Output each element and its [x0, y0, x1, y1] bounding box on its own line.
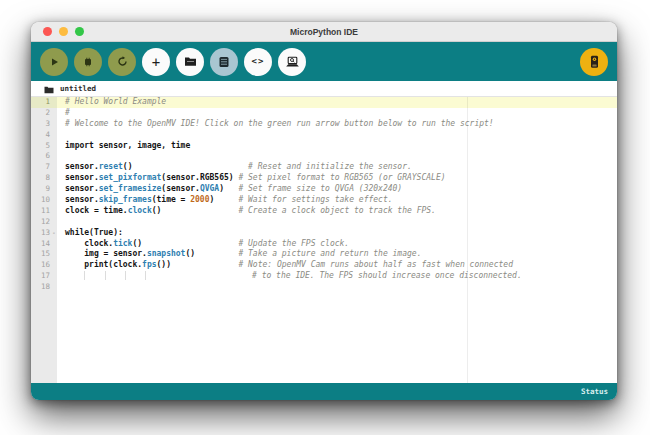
code-line: 13-while(True):: [31, 228, 617, 239]
laptop-icon: [285, 56, 300, 68]
code-line: 10sensor.skip_frames(time = 2000) # Wait…: [31, 195, 617, 206]
connect-button[interactable]: [580, 48, 608, 76]
play-icon: [48, 56, 60, 68]
serial-terminal-button[interactable]: <>: [244, 48, 272, 76]
tab-untitled[interactable]: untitled: [60, 84, 96, 93]
zoom-button[interactable]: [75, 27, 84, 36]
code-line: 14 clock.tick() # Update the FPS clock.: [31, 239, 617, 250]
minimize-button[interactable]: [59, 27, 68, 36]
new-file-button[interactable]: +: [142, 48, 170, 76]
open-file-button[interactable]: [176, 48, 204, 76]
stop-icon: [82, 56, 94, 68]
app-window: MicroPython IDE +: [31, 22, 617, 400]
code-line: 18: [31, 282, 617, 293]
code-line: 1# Hello World Example: [31, 97, 617, 108]
titlebar: MicroPython IDE: [31, 22, 617, 42]
code-line: 4: [31, 130, 617, 141]
code-line: 2#: [31, 108, 617, 119]
code-line: 8sensor.set_pixformat(sensor.RGB565) # S…: [31, 173, 617, 184]
file-folder-icon: [44, 80, 54, 98]
code-line: 5import sensor, image, time: [31, 141, 617, 152]
folder-icon: [184, 56, 197, 67]
code-line: 15 img = sensor.snapshot() # Take a pict…: [31, 249, 617, 260]
code-line: 3# Welcome to the OpenMV IDE! Click on t…: [31, 119, 617, 130]
tab-bar: untitled: [31, 81, 617, 97]
open-terminal-button[interactable]: [278, 48, 306, 76]
code-line: 9sensor.set_framesize(sensor.QVGA) # Set…: [31, 184, 617, 195]
column-ruler: [467, 97, 468, 383]
code-line: 12: [31, 217, 617, 228]
toolbar: + <>: [31, 42, 617, 81]
code-line: 16 print(clock.fps()) # Note: OpenMV Cam…: [31, 260, 617, 271]
status-bar: Status: [31, 383, 617, 400]
code-icon: <>: [252, 57, 265, 66]
stop-button[interactable]: [74, 48, 102, 76]
window-title: MicroPython IDE: [31, 27, 617, 37]
reset-button[interactable]: [108, 48, 136, 76]
code-editor[interactable]: 1# Hello World Example2#3# Welcome to th…: [31, 97, 617, 383]
save-button[interactable]: [210, 48, 238, 76]
close-button[interactable]: [43, 27, 52, 36]
save-icon: [218, 56, 230, 68]
code-line: 17 # to the IDE. The FPS should increase…: [31, 271, 617, 282]
code-line: 6: [31, 151, 617, 162]
traffic-lights: [43, 22, 84, 41]
status-label: Status: [581, 387, 608, 396]
fold-marker[interactable]: -: [52, 228, 56, 239]
plus-icon: +: [152, 55, 160, 69]
run-button[interactable]: [40, 48, 68, 76]
reset-icon: [116, 55, 129, 68]
code-line: 11clock = time.clock() # Create a clock …: [31, 206, 617, 217]
camera-icon: [589, 55, 600, 69]
code-line: 7sensor.reset() # Reset and initialize t…: [31, 162, 617, 173]
code-lines: 1# Hello World Example2#3# Welcome to th…: [31, 97, 617, 293]
